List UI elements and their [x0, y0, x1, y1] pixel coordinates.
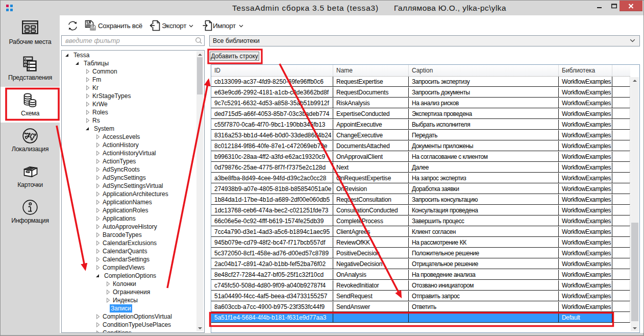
tree-node-CalendarExclusions[interactable]: CalendarExclusions: [62, 239, 196, 247]
tree-expander-expanded-icon[interactable]: [96, 274, 103, 277]
tree-expander-collapsed-icon[interactable]: [86, 102, 91, 107]
maximize-button[interactable]: [608, 1, 620, 11]
grid-cell-library[interactable]: WorkflowExamples: [559, 119, 612, 130]
tree-expander-collapsed-icon[interactable]: [96, 159, 102, 164]
tree-expander-collapsed-icon[interactable]: [96, 265, 102, 270]
grid-cell-library[interactable]: WorkflowExamples: [559, 184, 612, 194]
grid-cell-id[interactable]: 8c012184-9f86-40fe-87e1-c472069eb79e: [211, 141, 333, 151]
grid-cell-name[interactable]: RiskAnalysis: [333, 98, 409, 108]
tree-node-Tessa[interactable]: Tessa: [62, 51, 196, 59]
grid-row[interactable]: e63e9cd6-2992-4181-a1cb-c0de3662bd8fRequ…: [211, 87, 630, 98]
refresh-button[interactable]: [67, 20, 78, 33]
grid-cell-caption[interactable]: Отрицательное решение: [409, 259, 559, 269]
grid-cell-name[interactable]: RevokedInitiator: [333, 280, 409, 291]
grid-cell-caption[interactable]: [409, 313, 559, 323]
grid-cell-name[interactable]: ExpertiseConducted: [333, 109, 409, 119]
grid-cell-caption[interactable]: Запросить экспертизу: [409, 77, 559, 87]
grid-row[interactable]: c745fc50-508d-4d80-9f09-a040b92787f4Revo…: [211, 280, 630, 291]
grid-cell-id[interactable]: a3be8fba-8d49-4cee-94fd-d39c2ac0cc28: [211, 173, 333, 183]
grid-cell-name[interactable]: CompleteProcess: [333, 216, 409, 226]
tree-expander-collapsed-icon[interactable]: [86, 93, 91, 99]
tree-expander-collapsed-icon[interactable]: [96, 241, 102, 246]
grid-row[interactable]: 1b84da1d-17be-4b1d-a689-2df00e060db5Requ…: [211, 195, 630, 205]
tree-node-Kr[interactable]: Kr: [62, 84, 196, 92]
grid-cell-id[interactable]: 66c06e5e-0c92-4fff-b619-1574fe25db39: [211, 216, 333, 226]
tree-expander-collapsed-icon[interactable]: [106, 290, 112, 295]
grid-cell-caption[interactable]: Консультация проведена: [409, 205, 559, 215]
tree-expander-collapsed-icon[interactable]: [106, 281, 112, 286]
grid-cell-name[interactable]: [333, 313, 409, 323]
grid-cell-id[interactable]: 8a603ccb-a7cc-4900-b975-23f353fc44f9: [211, 302, 333, 312]
grid-cell-id[interactable]: 51a04490-f4cc-4af5-beea-d34733155257: [211, 291, 333, 301]
sidebar-item-information[interactable]: Информация: [1, 194, 60, 230]
grid-cell-name[interactable]: ReviewOfKK: [333, 237, 409, 248]
grid-cell-library[interactable]: WorkflowExamples: [559, 195, 612, 205]
grid-cell-caption[interactable]: Экспертиза проведена: [409, 109, 559, 119]
grid-cell-name[interactable]: AppointExecutive: [333, 119, 409, 130]
grid-row[interactable]: 945b079e-cd79-48f2-bc47-f717bcb557dfRevi…: [211, 237, 630, 248]
grid-cell-caption[interactable]: На запрос экспертиз: [409, 173, 559, 183]
tree-expander-collapsed-icon[interactable]: [96, 183, 102, 188]
grid-cell-library[interactable]: WorkflowExamples: [559, 227, 612, 237]
grid-row[interactable]: cb133099-ac37-4fd9-8250-69fe96ffb0c6Requ…: [211, 77, 630, 87]
grid-cell-id[interactable]: 8e48cf27-7284-4a27-bf05-25f1c32f10cd: [211, 270, 333, 280]
grid-column-header-Caption[interactable]: Caption: [409, 65, 559, 77]
grid-cell-id[interactable]: 5a51f1e4-5684-4f4b-b181-f631e9d77aa3: [211, 313, 333, 323]
tree-node-CalendarQuants[interactable]: CalendarQuants: [62, 247, 196, 255]
tree-expander-collapsed-icon[interactable]: [86, 69, 91, 74]
grid-row[interactable]: 8c012184-9f86-40fe-87e1-c472069eb79eDocu…: [211, 141, 630, 152]
grid-cell-library[interactable]: WorkflowExamples: [559, 280, 612, 291]
grid-scrollbar[interactable]: [631, 77, 639, 331]
sidebar-item-views[interactable]: Представления: [1, 51, 60, 87]
tree-node-Таблицы[interactable]: Таблицы: [62, 59, 196, 67]
minimize-button[interactable]: [590, 1, 608, 11]
grid-cell-name[interactable]: OnApprovalClient: [333, 152, 409, 162]
tree-scrollbar-thumb[interactable]: [197, 57, 203, 94]
export-button[interactable]: [150, 20, 161, 33]
tree-node-CompletionOptionsVirtual[interactable]: CompletionOptionsVirtual: [62, 313, 196, 321]
grid-scroll-down-icon[interactable]: [631, 325, 639, 331]
grid-row[interactable]: 5a51f1e4-5684-4f4b-b181-f631e9d77aa3Defa…: [211, 313, 630, 323]
tree-expander-collapsed-icon[interactable]: [96, 314, 102, 319]
tree-node-ActionTypes[interactable]: ActionTypes: [62, 157, 196, 165]
grid-cell-id[interactable]: b996310c-28aa-4ff2-a3fd-e62ac19320c9: [211, 152, 333, 162]
grid-row[interactable]: 8a603ccb-a7cc-4900-b975-23f353fc44f9Send…: [211, 302, 630, 313]
tree-expander-collapsed-icon[interactable]: [96, 232, 102, 237]
grid-cell-caption[interactable]: Запросить документы: [409, 87, 559, 98]
tree-expander-collapsed-icon[interactable]: [96, 216, 102, 221]
grid-cell-caption[interactable]: Клиент согласен: [409, 227, 559, 237]
tree-node-ActionHistory[interactable]: ActionHistory: [62, 141, 196, 149]
grid-cell-name[interactable]: OnRevision: [333, 184, 409, 194]
grid-cell-library[interactable]: WorkflowExamples: [559, 87, 612, 98]
grid-cell-caption[interactable]: На проведение анализа: [409, 270, 559, 280]
tree-node-ApplicationArchitectures[interactable]: ApplicationArchitectures: [62, 190, 196, 198]
grid-cell-caption[interactable]: Положительное решение: [409, 248, 559, 258]
grid-cell-id[interactable]: 9c7c5291-6632-4d53-a858-35ab51b9912f: [211, 98, 333, 108]
grid-column-header-Name[interactable]: Name: [333, 65, 409, 77]
grid-column-header-Библиотека[interactable]: Библиотека: [559, 65, 612, 77]
grid-cell-caption[interactable]: Далее: [409, 162, 559, 173]
tree-node-AdSyncSettingsVirtual[interactable]: AdSyncSettingsVirtual: [62, 182, 196, 190]
grid-cell-name[interactable]: SendAnswer: [333, 302, 409, 312]
grid-cell-caption[interactable]: На анализ рисков: [409, 98, 559, 108]
tree-expander-collapsed-icon[interactable]: [106, 298, 112, 303]
grid-cell-library[interactable]: WorkflowExamples: [559, 109, 612, 119]
tree-expander-expanded-icon[interactable]: [65, 54, 72, 57]
grid-cell-name[interactable]: RequestExpertise: [333, 77, 409, 87]
grid-cell-id[interactable]: 8316a253-bb1d-44e6-b0d0-33ded86d4b24: [211, 130, 333, 140]
sidebar-item-cards-box[interactable]: Карточки: [1, 158, 60, 194]
grid-cell-library[interactable]: WorkflowExamples: [559, 237, 612, 248]
grid-cell-library[interactable]: WorkflowExamples: [559, 141, 612, 151]
tree-expander-collapsed-icon[interactable]: [96, 322, 102, 327]
grid-cell-library[interactable]: WorkflowExamples: [559, 98, 612, 108]
library-filter-select[interactable]: Все библиотеки: [209, 35, 640, 46]
grid-cell-name[interactable]: DocumentsAttached: [333, 141, 409, 151]
grid-cell-name[interactable]: PositiveDecision: [333, 248, 409, 258]
grid-row[interactable]: c55f7870-0ca6-4f70-9bc1-190bb345fb13Appo…: [211, 119, 630, 130]
grid-row[interactable]: b996310c-28aa-4ff2-a3fd-e62ac19320c9OnAp…: [211, 152, 630, 162]
grid-cell-id[interactable]: 1b84da1d-17be-4b1d-a689-2df00e060db5: [211, 195, 333, 205]
grid-row[interactable]: 8e48cf27-7284-4a27-bf05-25f1c32f10cdOnAn…: [211, 270, 630, 280]
grid-cell-library[interactable]: WorkflowExamples: [559, 302, 612, 312]
grid-cell-caption[interactable]: Передать: [409, 130, 559, 140]
grid-row[interactable]: 274938b9-a07e-4805-81b8-b85854051a0eOnRe…: [211, 184, 630, 195]
